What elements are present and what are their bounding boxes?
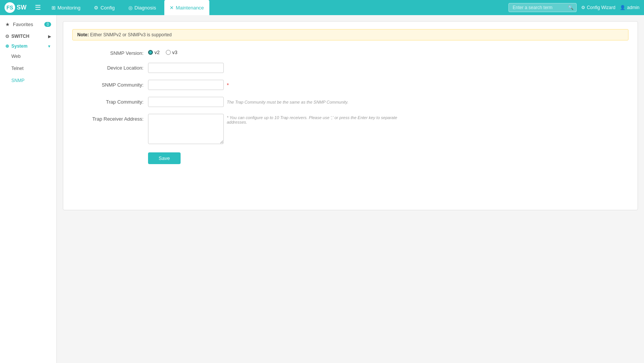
gear-icon: ⚙ [581, 5, 585, 10]
hamburger-menu-icon[interactable]: ☰ [33, 3, 43, 12]
system-icon: ⊕ [5, 43, 9, 49]
snmp-version-inputs: v2 v3 [148, 48, 628, 55]
topnav-right: 🔍 ⚙ Config Wizard 👤 admin [508, 3, 639, 12]
snmp-community-required: * [227, 82, 229, 88]
sidebar-section-system[interactable]: ⊕ System ▼ [0, 40, 56, 50]
snmp-community-wrap: * [148, 80, 628, 90]
switch-icon: ⊙ [5, 34, 9, 39]
search-icon: 🔍 [568, 5, 574, 10]
snmp-community-label: SNMP Community: [72, 80, 148, 88]
logo-sw-text: SW [17, 4, 27, 11]
sidebar-item-favorites[interactable]: ★ Favorites 0 [0, 18, 56, 31]
nav-maintenance[interactable]: ✕ Maintenance [164, 0, 209, 15]
maintenance-icon: ✕ [170, 5, 174, 11]
trap-community-hint: The Trap Community must be the same as t… [227, 100, 348, 104]
arrow-icon: ▶ [48, 34, 51, 39]
snmp-version-row: SNMP Version: v2 v3 [72, 48, 628, 56]
trap-community-label: Trap Community: [72, 97, 148, 105]
device-location-label: Device Location: [72, 63, 148, 71]
snmp-community-row: SNMP Community: * [72, 80, 628, 90]
trap-receiver-label: Trap Receiver Address: [72, 114, 148, 122]
note-prefix: Note: [77, 32, 89, 37]
admin-menu[interactable]: 👤 admin [620, 5, 639, 10]
sidebar-item-snmp[interactable]: SNMP [4, 74, 56, 87]
trap-receiver-wrap: * You can configure up to 10 Trap receiv… [148, 114, 628, 144]
config-wizard-button[interactable]: ⚙ Config Wizard [581, 5, 615, 10]
sidebar-section-switch[interactable]: ⊙ SWITCH ▶ [0, 31, 56, 40]
radio-v2-label: v2 [154, 50, 160, 55]
snmp-community-input[interactable] [148, 80, 224, 90]
sidebar-item-telnet[interactable]: Telnet [4, 62, 56, 74]
search-box[interactable]: 🔍 [508, 3, 577, 12]
logo: FS SW [5, 2, 27, 13]
note-bar: Note: Either SNMPv2 or SNMPv3 is support… [72, 29, 628, 40]
trap-community-row: Trap Community: The Trap Community must … [72, 97, 628, 107]
user-icon: 👤 [620, 5, 625, 10]
main-layout: ★ Favorites 0 ⊙ SWITCH ▶ ⊕ System ▼ Web … [0, 15, 644, 363]
star-icon: ★ [5, 22, 10, 27]
nav-diagnosis[interactable]: ◎ Diagnosis [123, 0, 161, 15]
save-button[interactable]: Save [148, 152, 181, 164]
config-icon: ⚙ [94, 5, 98, 11]
top-navigation: FS SW ☰ ⊞ Monitoring ⚙ Config ◎ Diagnosi… [0, 0, 644, 15]
diagnosis-icon: ◎ [128, 5, 133, 11]
trap-community-input[interactable] [148, 97, 224, 107]
system-arrow-icon: ▼ [47, 44, 51, 48]
logo-fs-icon: FS [5, 2, 15, 13]
snmp-version-radio-group: v2 v3 [148, 48, 177, 55]
radio-v2-option[interactable]: v2 [148, 50, 160, 55]
device-location-input[interactable] [148, 63, 224, 73]
trap-receiver-hint: * You can configure up to 10 Trap receiv… [227, 114, 401, 124]
radio-v3[interactable] [166, 50, 171, 55]
monitoring-icon: ⊞ [51, 5, 56, 11]
device-location-row: Device Location: [72, 63, 628, 73]
snmp-version-label: SNMP Version: [72, 48, 148, 56]
radio-v2[interactable] [148, 50, 153, 55]
radio-v3-label: v3 [172, 50, 178, 55]
nav-config[interactable]: ⚙ Config [89, 0, 120, 15]
trap-community-wrap: The Trap Community must be the same as t… [148, 97, 628, 107]
search-input[interactable] [513, 5, 566, 10]
favorites-badge: 0 [44, 22, 51, 27]
trap-receiver-row: Trap Receiver Address: * You can configu… [72, 114, 628, 144]
main-content: Note: Either SNMPv2 or SNMPv3 is support… [57, 15, 644, 363]
trap-receiver-input[interactable] [148, 114, 224, 144]
device-location-wrap [148, 63, 628, 73]
sidebar: ★ Favorites 0 ⊙ SWITCH ▶ ⊕ System ▼ Web … [0, 15, 57, 363]
snmp-form-panel: Note: Either SNMPv2 or SNMPv3 is support… [63, 21, 638, 210]
sidebar-item-web[interactable]: Web [4, 50, 56, 62]
radio-v3-option[interactable]: v3 [166, 50, 178, 55]
nav-monitoring[interactable]: ⊞ Monitoring [46, 0, 86, 15]
sidebar-sub-system: Web Telnet SNMP [0, 50, 56, 87]
note-text: Either SNMPv2 or SNMPv3 is supported [90, 32, 172, 37]
